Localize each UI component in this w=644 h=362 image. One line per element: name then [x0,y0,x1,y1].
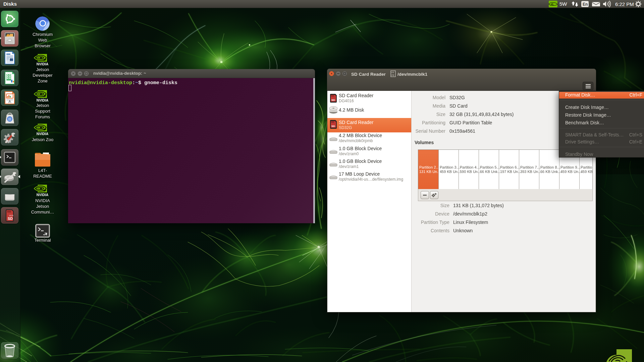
svg-text:FF: FF [391,71,394,74]
svg-text:5W: 5W [559,1,567,7]
svg-text:64GB: 64GB [9,215,13,217]
svg-text:SD: SD [331,125,335,128]
svg-text:SD: SD [8,217,13,221]
svg-text:En: En [583,2,588,7]
svg-text:FD: FD [391,74,394,77]
svg-text:SD: SD [331,99,335,102]
svg-text:6:22 PM: 6:22 PM [615,1,634,7]
